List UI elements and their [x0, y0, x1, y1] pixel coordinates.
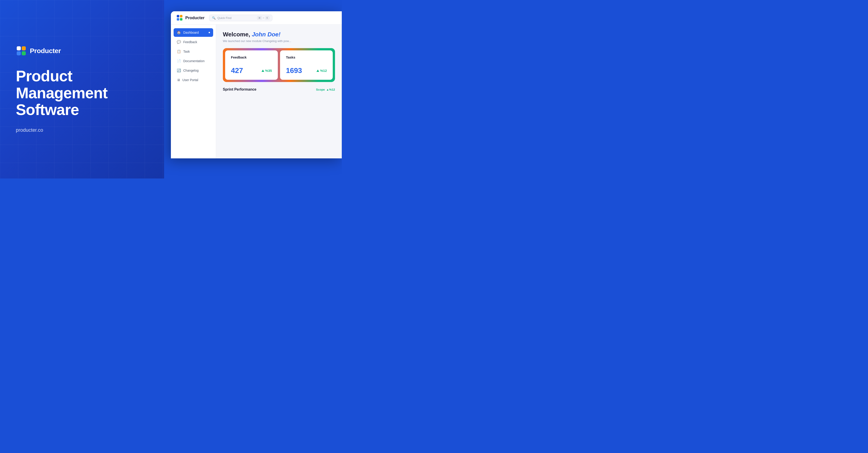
app-logo-area: Producter [176, 14, 205, 21]
feedback-card-title: Feedback [231, 55, 272, 59]
main-content: Welcome, John Doe! We launched our new m… [216, 25, 342, 158]
feedback-stat-card: Feedback 427 %35 [225, 51, 278, 80]
app-body: 🏠 Dashboard 💬 Feedback 📋 Task 📄 Document… [171, 25, 342, 158]
svg-rect-2 [17, 51, 21, 55]
sidebar-item-feedback[interactable]: 💬 Feedback [174, 38, 213, 46]
feedback-card-bottom: 427 %35 [231, 66, 272, 75]
tasks-count: 1693 [286, 66, 302, 75]
sidebar-item-changelog[interactable]: 🔄 Changelog [174, 66, 213, 75]
sprint-section: Sprint Performance Scope ▲%12 [223, 88, 335, 92]
feedback-trend-icon [261, 70, 264, 72]
search-placeholder-text: Quick Find [217, 16, 255, 20]
sidebar-userportal-label: User Portal [182, 78, 198, 82]
search-shortcut: ⌘ + K [257, 16, 270, 20]
welcome-text: Welcome, [223, 31, 252, 38]
tasks-card-bottom: 1693 %12 [286, 66, 327, 75]
documentation-icon: 📄 [177, 59, 181, 63]
svg-rect-4 [177, 15, 179, 18]
welcome-heading: Welcome, John Doe! [223, 31, 335, 38]
right-panel: Producter 🔍 Quick Find ⌘ + K 🏠 Dashboard [164, 0, 342, 179]
cmd-key: ⌘ [257, 16, 262, 20]
feedback-percent: %35 [265, 69, 272, 72]
sidebar-item-task[interactable]: 📋 Task [174, 47, 213, 56]
left-logo-icon [16, 45, 27, 56]
scope-value: ▲%12 [326, 88, 335, 91]
app-logo-icon [176, 14, 183, 21]
app-header: Producter 🔍 Quick Find ⌘ + K [171, 11, 342, 25]
sprint-scope: Scope ▲%12 [316, 88, 335, 91]
welcome-subtitle: We launched our new module Changelog wit… [223, 39, 335, 43]
app-window: Producter 🔍 Quick Find ⌘ + K 🏠 Dashboard [171, 11, 342, 158]
sidebar-item-documentation[interactable]: 📄 Documentation [174, 57, 213, 65]
feedback-icon: 💬 [177, 40, 181, 44]
svg-rect-5 [180, 15, 182, 18]
tasks-stat-card: Tasks 1693 %12 [280, 51, 333, 80]
shortcut-plus: + [263, 17, 264, 19]
svg-rect-7 [180, 18, 182, 21]
changelog-icon: 🔄 [177, 68, 181, 72]
tasks-percent: %12 [320, 69, 327, 72]
sprint-title: Sprint Performance [223, 88, 256, 92]
sidebar-changelog-label: Changelog [183, 69, 199, 72]
app-brand-name: Producter [185, 15, 205, 20]
left-panel: Producter Product Management Software pr… [0, 0, 164, 179]
feedback-change: %35 [261, 69, 272, 72]
task-icon: 📋 [177, 50, 181, 54]
active-dot [209, 32, 210, 33]
search-icon: 🔍 [212, 16, 216, 20]
sidebar-item-user-portal[interactable]: 🖥 User Portal [174, 76, 213, 84]
user-name: John Doe! [252, 31, 281, 38]
sidebar: 🏠 Dashboard 💬 Feedback 📋 Task 📄 Document… [171, 25, 216, 158]
scope-label: Scope [316, 88, 325, 91]
sidebar-item-dashboard[interactable]: 🏠 Dashboard [174, 28, 213, 37]
tasks-change: %12 [316, 69, 327, 72]
left-url: producter.co [16, 127, 148, 133]
search-bar[interactable]: 🔍 Quick Find ⌘ + K [209, 15, 272, 21]
sidebar-feedback-label: Feedback [183, 40, 197, 44]
svg-rect-1 [22, 46, 26, 51]
sidebar-documentation-label: Documentation [183, 59, 205, 63]
svg-rect-3 [22, 51, 26, 55]
left-headline: Product Management Software [16, 68, 148, 118]
svg-rect-6 [177, 18, 179, 21]
sidebar-task-label: Task [183, 50, 190, 53]
sidebar-dashboard-label: Dashboard [183, 31, 199, 34]
dashboard-icon: 🏠 [177, 31, 181, 35]
svg-rect-0 [17, 46, 21, 51]
user-portal-icon: 🖥 [177, 78, 180, 82]
k-key: K [265, 16, 270, 20]
left-logo-area: Producter [16, 45, 148, 56]
stats-container: Feedback 427 %35 Tasks 1693 [223, 48, 335, 82]
left-brand-name: Producter [30, 47, 61, 55]
feedback-count: 427 [231, 66, 243, 75]
tasks-card-title: Tasks [286, 55, 327, 59]
tasks-trend-icon [316, 70, 319, 72]
